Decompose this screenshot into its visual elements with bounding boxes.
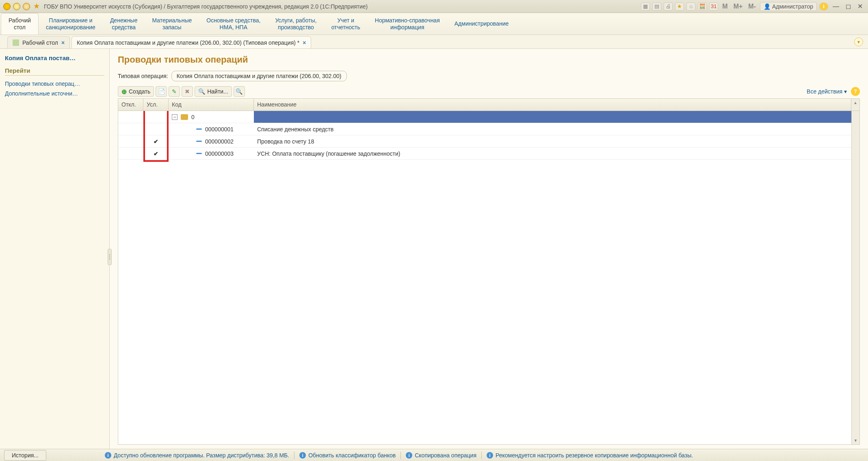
- section-services[interactable]: Услуги, работы, производство: [268, 13, 324, 35]
- table-row[interactable]: − 0: [118, 111, 851, 123]
- user-badge[interactable]: 👤 Администратор: [760, 2, 817, 11]
- section-fixed-assets[interactable]: Основные средства, НМА, НПА: [199, 13, 268, 35]
- col-header-otk[interactable]: Откл.: [118, 99, 143, 111]
- section-materials[interactable]: Материальные запасы: [145, 13, 199, 35]
- scroll-down-icon[interactable]: ▼: [854, 438, 858, 443]
- window-maximize-icon[interactable]: ◻: [844, 2, 853, 10]
- create-button-label: Создать: [129, 88, 150, 95]
- item-icon: [196, 153, 202, 154]
- magnifier-icon: 🔍: [198, 88, 205, 95]
- table-row[interactable]: ✔ 000000003 УСН: Оплата поставщику (пога…: [118, 148, 851, 160]
- favorite-star-icon[interactable]: ★: [33, 2, 41, 11]
- tab-document-close-icon[interactable]: ×: [303, 39, 306, 46]
- toolbar: ⊕ Создать 📄 ✎ ✖ 🔍 Найти... 🔍 Все действи…: [118, 86, 860, 97]
- folder-icon: [181, 114, 188, 120]
- page-heading: Проводки типовых операций: [118, 54, 860, 65]
- data-grid: Откл. Усл. Код Наименование ▲ −: [118, 98, 860, 445]
- user-icon: 👤: [764, 3, 771, 10]
- tree-collapse-icon[interactable]: −: [172, 114, 177, 120]
- vertical-scrollbar[interactable]: ▼: [851, 111, 859, 444]
- left-nav-heading: Перейти: [5, 67, 104, 76]
- row-usl: ✔: [154, 150, 158, 157]
- toolbar-icon-1[interactable]: ▦: [641, 2, 650, 11]
- status-bar: История... i Доступно обновление програм…: [0, 449, 868, 461]
- tab-document[interactable]: Копия Оплата поставщикам и другие платеж…: [71, 36, 311, 48]
- left-panel-title: Копия Оплата постав…: [5, 54, 104, 61]
- edit-button[interactable]: ✎: [169, 86, 180, 97]
- item-icon: [196, 141, 202, 142]
- field-label-operation: Типовая операция:: [118, 73, 168, 79]
- window-minimize-icon[interactable]: —: [831, 3, 841, 10]
- row-code: 000000002: [205, 138, 234, 145]
- delete-icon: ✖: [185, 88, 190, 95]
- tab-desktop-close-icon[interactable]: ×: [61, 39, 65, 46]
- scroll-up-icon[interactable]: ▲: [853, 100, 857, 105]
- clear-find-button[interactable]: 🔍: [234, 86, 245, 97]
- status-text: Обновить классификатор банков: [308, 452, 396, 459]
- toolbar-home-icon[interactable]: ⌂: [686, 2, 695, 11]
- pencil-icon: ✎: [172, 88, 177, 95]
- row-name: Проводка по счету 18: [257, 138, 314, 145]
- copy-button[interactable]: 📄: [156, 86, 167, 97]
- table-row[interactable]: 000000001 Списание денежных средств: [118, 123, 851, 135]
- toolbar-star-icon[interactable]: ★: [675, 2, 684, 11]
- tab-desktop[interactable]: Рабочий стол ×: [7, 36, 70, 48]
- col-header-usl[interactable]: Усл.: [143, 99, 169, 111]
- tabs-dropdown-icon[interactable]: ▼: [854, 37, 863, 46]
- status-info-backup[interactable]: i Рекомендуется настроить резервное копи…: [487, 452, 693, 459]
- section-admin[interactable]: Администрирование: [447, 13, 516, 35]
- row-code: 000000003: [205, 150, 234, 157]
- tabs-row: Рабочий стол × Копия Оплата поставщикам …: [0, 35, 868, 49]
- status-info-banks[interactable]: i Обновить классификатор банков: [299, 452, 396, 459]
- field-value-operation[interactable]: Копия Оплата поставщикам и другие платеж…: [171, 71, 347, 81]
- info-icon: i: [406, 452, 412, 459]
- row-usl: ✔: [154, 138, 158, 145]
- all-actions-menu[interactable]: Все действия ▾: [804, 88, 849, 95]
- sys-button-1[interactable]: [13, 3, 20, 10]
- app-icon: [3, 3, 11, 10]
- section-accounting[interactable]: Учет и отчетность: [324, 13, 368, 35]
- plus-icon: ⊕: [121, 88, 127, 96]
- section-desktop[interactable]: Рабочий стол: [1, 13, 39, 35]
- table-row[interactable]: ✔ 000000002 Проводка по счету 18: [118, 135, 851, 148]
- tab-document-label: Копия Оплата поставщикам и другие платеж…: [77, 39, 299, 46]
- info-icon: i: [299, 452, 306, 459]
- delete-button[interactable]: ✖: [182, 86, 193, 97]
- window-close-icon[interactable]: ✕: [855, 2, 865, 10]
- status-info-update[interactable]: i Доступно обновление программы. Размер …: [105, 452, 289, 459]
- item-icon: [196, 128, 202, 130]
- nav-link-postings[interactable]: Проводки типовых операц…: [5, 79, 104, 89]
- sys-button-2[interactable]: [23, 3, 30, 10]
- status-text: Скопирована операция: [415, 452, 476, 459]
- find-button-label: Найти...: [207, 88, 228, 95]
- row-name: Списание денежных средств: [257, 126, 333, 133]
- toolbar-calc-icon[interactable]: 🧮: [698, 2, 707, 11]
- toolbar-icon-3[interactable]: 🖨: [664, 2, 673, 11]
- row-code: 000000001: [205, 126, 234, 133]
- find-button[interactable]: 🔍 Найти...: [195, 86, 232, 97]
- section-planning[interactable]: Планирование и санкционирование: [39, 13, 103, 35]
- col-header-name[interactable]: Наименование: [254, 99, 851, 111]
- desktop-tab-icon: [13, 39, 19, 46]
- col-header-kod[interactable]: Код: [169, 99, 254, 111]
- calc-m[interactable]: M: [721, 3, 729, 10]
- grid-body[interactable]: − 0 000000001 Списание денежных средств: [118, 111, 851, 444]
- history-button[interactable]: История...: [4, 450, 46, 461]
- info-icon[interactable]: i: [819, 2, 828, 11]
- create-button[interactable]: ⊕ Создать: [118, 86, 154, 97]
- info-icon: i: [105, 452, 111, 459]
- status-info-copied[interactable]: i Скопирована операция: [406, 452, 476, 459]
- toolbar-icon-2[interactable]: ▤: [652, 2, 661, 11]
- window-title: ГОБУ ВПО Университет искусств (Субсидия)…: [44, 3, 368, 10]
- help-icon[interactable]: ?: [851, 87, 860, 96]
- splitter-handle[interactable]: [108, 249, 112, 265]
- nav-link-sources[interactable]: Дополнительные источни…: [5, 89, 104, 98]
- left-panel: Копия Оплата постав… Перейти Проводки ти…: [0, 49, 110, 449]
- grid-header: Откл. Усл. Код Наименование ▲: [118, 99, 859, 111]
- section-reference[interactable]: Нормативно-справочная информация: [368, 13, 447, 35]
- section-cash[interactable]: Денежные средства: [103, 13, 145, 35]
- titlebar: ★ ГОБУ ВПО Университет искусств (Субсиди…: [0, 0, 868, 13]
- calc-m-plus[interactable]: M+: [732, 3, 745, 10]
- calc-m-minus[interactable]: M-: [747, 3, 758, 10]
- toolbar-calendar-icon[interactable]: 31: [709, 2, 718, 11]
